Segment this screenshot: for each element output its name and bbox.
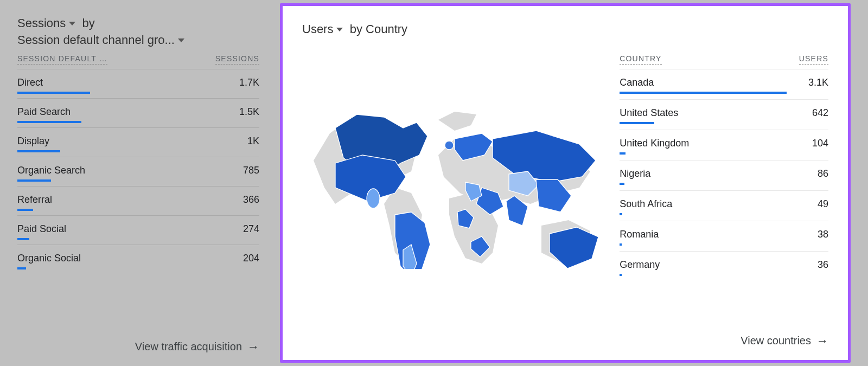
col-metric[interactable]: SESSIONS <box>215 54 259 65</box>
col-dimension[interactable]: SESSION DEFAULT … <box>17 54 107 65</box>
card-header: Sessions by Session default channel gro.… <box>17 15 259 274</box>
view-countries-button[interactable]: View countries → <box>302 324 828 347</box>
row-label: Germany <box>620 259 660 271</box>
bar-fill <box>620 122 654 124</box>
row-value: 204 <box>243 253 259 264</box>
bar-track <box>17 238 259 240</box>
bar-track <box>620 152 828 155</box>
row-value: 1.7K <box>239 77 259 88</box>
map-uk[interactable] <box>445 141 454 150</box>
card-header: Users by Country <box>302 21 828 41</box>
bar-track <box>620 213 828 215</box>
row-value: 642 <box>812 107 828 119</box>
view-link-label: View traffic acquisition <box>135 341 242 353</box>
bar-fill <box>620 92 787 94</box>
metric-label: Users <box>302 21 333 38</box>
bar-track <box>17 150 259 152</box>
chevron-down-icon <box>336 28 343 31</box>
metric-dropdown[interactable]: Users <box>302 21 343 38</box>
map-mexico[interactable] <box>367 189 380 208</box>
title-by: by <box>82 16 95 30</box>
chevron-down-icon <box>178 38 184 42</box>
metric-dropdown[interactable]: Sessions <box>17 15 75 32</box>
arrow-right-icon: → <box>816 335 828 347</box>
bar-fill <box>17 179 51 182</box>
table-row[interactable]: Paid Search1.5K <box>17 99 259 128</box>
table-header: COUNTRY USERS <box>620 54 828 69</box>
bar-fill <box>17 267 26 269</box>
bar-track <box>620 183 828 185</box>
table-row[interactable]: Germany36 <box>620 252 828 276</box>
table-row[interactable]: Canada3.1K <box>620 69 828 100</box>
dimension-dropdown[interactable]: Session default channel gro... <box>17 32 184 49</box>
row-label: Direct <box>17 77 43 88</box>
table-row[interactable]: Direct1.7K <box>17 69 259 99</box>
row-value: 36 <box>818 259 828 271</box>
bar-fill <box>17 92 90 94</box>
col-metric[interactable]: USERS <box>799 54 828 65</box>
bar-track <box>17 179 259 182</box>
table-row[interactable]: Romania38 <box>620 221 828 252</box>
row-label: Paid Social <box>17 223 66 235</box>
table-row[interactable]: United States642 <box>620 100 828 130</box>
chevron-down-icon <box>69 22 75 25</box>
bar-fill <box>17 121 81 123</box>
row-value: 38 <box>818 229 828 240</box>
row-label: United Kingdom <box>620 138 689 149</box>
row-label: Organic Social <box>17 253 81 264</box>
table-body: Canada3.1KUnited States642United Kingdom… <box>620 69 828 281</box>
row-label: South Africa <box>620 198 672 210</box>
bar-track <box>17 267 259 269</box>
bar-fill <box>620 274 622 276</box>
table-row[interactable]: Nigeria86 <box>620 160 828 191</box>
bar-track <box>620 92 828 94</box>
world-map-svg <box>303 95 607 269</box>
row-value: 366 <box>243 194 259 206</box>
table-row[interactable]: South Africa49 <box>620 191 828 221</box>
row-label: Organic Search <box>17 165 85 176</box>
bar-track <box>17 209 259 211</box>
bar-fill <box>17 209 33 211</box>
table-header: SESSION DEFAULT … SESSIONS <box>17 54 259 69</box>
card-title: Sessions by Session default channel gro.… <box>17 15 259 49</box>
row-value: 274 <box>243 223 259 235</box>
card-body: COUNTRY USERS Canada3.1KUnited States642… <box>302 41 828 324</box>
bar-fill <box>620 213 622 215</box>
bar-fill <box>620 243 622 246</box>
table-row[interactable]: Referral366 <box>17 187 259 216</box>
row-value: 104 <box>812 138 828 149</box>
metric-label: Sessions <box>17 15 66 32</box>
dimension-label: Session default channel gro... <box>17 32 175 49</box>
row-label: Paid Search <box>17 106 71 118</box>
row-value: 785 <box>243 165 259 176</box>
row-value: 3.1K <box>808 77 828 88</box>
arrow-right-icon: → <box>247 341 259 353</box>
col-dimension[interactable]: COUNTRY <box>620 54 661 65</box>
row-label: Display <box>17 136 49 147</box>
bar-fill <box>620 152 625 155</box>
bar-fill <box>17 238 29 240</box>
table-row[interactable]: Organic Social204 <box>17 245 259 269</box>
row-label: Nigeria <box>620 168 650 179</box>
row-label: Canada <box>620 77 654 88</box>
title-by: by Country <box>350 22 407 36</box>
row-label: United States <box>620 107 678 119</box>
sessions-by-channel-card: Sessions by Session default channel gro.… <box>0 0 277 366</box>
bar-track <box>620 243 828 246</box>
table-row[interactable]: Organic Search785 <box>17 157 259 187</box>
row-value: 86 <box>818 168 828 179</box>
bar-track <box>17 121 259 123</box>
country-table: COUNTRY USERS Canada3.1KUnited States642… <box>620 41 828 324</box>
bar-fill <box>17 150 60 152</box>
row-value: 49 <box>818 198 828 210</box>
card-title: Users by Country <box>302 21 828 38</box>
table-row[interactable]: United Kingdom104 <box>620 130 828 160</box>
table-body: Direct1.7KPaid Search1.5KDisplay1KOrgani… <box>17 69 259 269</box>
world-choropleth-map[interactable] <box>302 41 607 324</box>
map-australia[interactable] <box>550 227 598 268</box>
users-by-country-card: Users by Country <box>280 3 851 363</box>
view-traffic-acquisition-button[interactable]: View traffic acquisition → <box>17 330 259 353</box>
table-row[interactable]: Display1K <box>17 128 259 157</box>
table-row[interactable]: Paid Social274 <box>17 216 259 245</box>
row-value: 1K <box>247 136 259 147</box>
